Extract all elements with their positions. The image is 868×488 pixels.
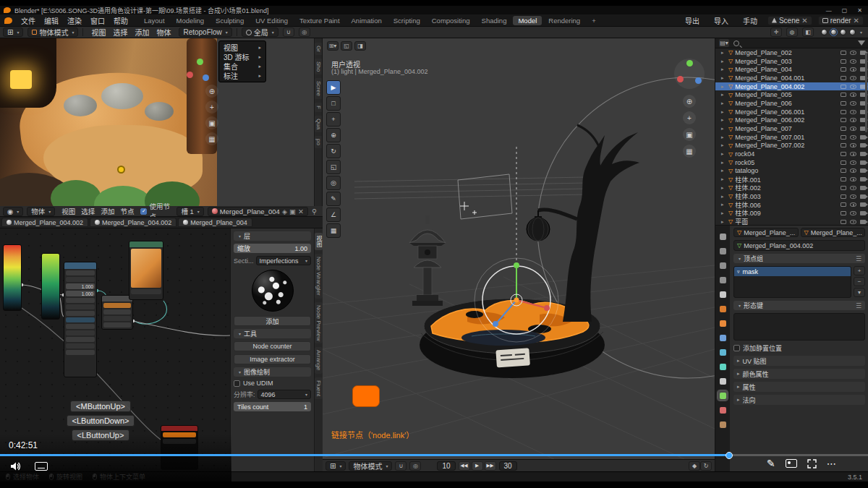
gizmo-toggle-icon[interactable]: ✛ (770, 27, 782, 37)
preview-sidebar-tab[interactable]: Scree (315, 78, 323, 99)
context-menu-item[interactable]: 标注▸ (219, 71, 265, 80)
visibility-eye-icon[interactable] (850, 76, 856, 80)
disclosure-icon[interactable]: ▸ (721, 194, 726, 200)
visibility-eye-icon[interactable] (850, 127, 856, 131)
selectable-icon[interactable] (841, 59, 846, 64)
image-paint-panel-header[interactable]: ▾图像绘制 (234, 367, 311, 377)
outliner-row[interactable]: ▸ ▽ Merged_Plane_004 (715, 65, 868, 74)
disclosure-icon[interactable]: ▸ (721, 117, 726, 123)
shader-editor-type-button[interactable]: ◉▾ (3, 207, 23, 216)
visibility-eye-icon[interactable] (850, 59, 856, 64)
outliner-row[interactable]: ▸ ▽ Merged_Plane_007.002 (715, 142, 868, 150)
properties-tab[interactable] (718, 333, 728, 343)
properties-tab[interactable] (718, 304, 728, 314)
selectable-icon[interactable] (841, 85, 846, 89)
outliner-row[interactable]: ▸ ▽ Merged_Plane_005 (715, 90, 868, 99)
workspace-tab[interactable]: Scripting (388, 16, 425, 25)
selectable-icon[interactable] (841, 152, 846, 156)
keying-icon[interactable]: ◆ (689, 461, 700, 471)
search-icon[interactable] (733, 40, 739, 46)
viewport-snap-icon[interactable]: ◨ (354, 41, 366, 51)
menu-item[interactable]: 渲染 (63, 15, 86, 26)
disclosure-icon[interactable]: ▸ (721, 160, 726, 166)
selectable-icon[interactable] (841, 220, 846, 224)
expand-icon[interactable] (807, 459, 817, 468)
preview-pan-icon[interactable]: + (205, 100, 218, 114)
image-texture-node[interactable] (129, 241, 163, 300)
retopoflow-menu[interactable]: RetopoFlow▾ (179, 27, 231, 37)
visibility-eye-icon[interactable] (850, 186, 856, 190)
collapsed-panel-header[interactable]: ▸ 法向 (733, 395, 865, 405)
disclosure-icon[interactable]: ▸ (721, 126, 726, 132)
minimize-button[interactable]: — (826, 7, 832, 14)
timeline-editor-type-button[interactable]: ⊞▾ (326, 461, 346, 471)
properties-tab[interactable] (718, 347, 728, 357)
visibility-eye-icon[interactable] (850, 135, 856, 140)
transport-button[interactable]: ▶▶ (485, 461, 496, 471)
render-preview-viewport[interactable]: ⊕ + ▣ ▦ 视图▸ 3D 游标▸ 集合▸ (0, 38, 323, 206)
viewport-nav-icon[interactable]: + (683, 111, 696, 124)
outliner-row[interactable]: ▸ ▽ Merged_Plane_006 (715, 99, 868, 108)
disclosure-icon[interactable]: ▸ (721, 109, 726, 115)
import-menu[interactable]: 导入 (710, 15, 733, 26)
outliner-row[interactable]: ▸ ▽ Merged_Plane_007.001 (715, 133, 868, 142)
outliner-row[interactable]: ▸ ▽ 柱体.009 (715, 209, 868, 218)
color-ramp-node-2[interactable] (41, 253, 60, 320)
viewport-menu-item[interactable]: 物体 (153, 27, 174, 38)
shape-keys-panel-header[interactable]: ▾形态键 ☰ (733, 301, 865, 310)
outliner-row[interactable]: ▸ ▽ tatalogo (715, 167, 868, 176)
workspace-tab[interactable]: Rendering (543, 16, 585, 25)
viewport-nav-icon[interactable]: ▣ (683, 128, 696, 141)
shading-wireframe-icon[interactable] (821, 29, 827, 35)
properties-tab[interactable] (718, 419, 728, 429)
visibility-eye-icon[interactable] (850, 152, 856, 156)
workspace-tab[interactable]: Model (513, 16, 542, 25)
video-progress-track[interactable] (0, 454, 868, 456)
shader-menu-item[interactable]: 节点 (117, 206, 137, 216)
node-value[interactable]: 1.000 (66, 291, 95, 296)
blender-menu-icon[interactable] (4, 17, 12, 24)
visibility-eye-icon[interactable] (850, 101, 856, 106)
selectable-icon[interactable] (841, 93, 846, 97)
pencil-icon[interactable]: ✎ (767, 458, 775, 469)
workspace-tab[interactable]: + (587, 16, 601, 25)
visibility-eye-icon[interactable] (850, 67, 856, 72)
maximize-button[interactable]: ▢ (842, 7, 848, 14)
preview-sidebar-tab[interactable]: po (315, 136, 323, 148)
outliner-row[interactable]: ▸ ▽ 柱体.003 (715, 192, 868, 201)
add-layer-button[interactable]: 添加 (234, 316, 311, 326)
mix-node[interactable]: 1.0001.000 (64, 262, 97, 377)
render-camera-icon[interactable] (860, 143, 866, 147)
volume-icon[interactable] (10, 461, 22, 471)
rest-position-row[interactable]: 添加静置位置 (733, 343, 865, 353)
properties-tab[interactable] (718, 405, 728, 415)
menu-item[interactable]: 编辑 (40, 15, 63, 26)
viewport-tool-button[interactable]: ◎ (326, 176, 341, 190)
image-card-icon[interactable] (786, 459, 797, 468)
selectable-icon[interactable] (841, 67, 846, 72)
material-tab[interactable]: Merged_Plane_004.002 (1, 218, 88, 227)
preview-sidebar-tab[interactable]: F (315, 103, 323, 112)
properties-tab[interactable] (718, 275, 728, 285)
shader-menu-item[interactable]: 视图 (59, 206, 78, 216)
menu-item[interactable]: 帮助 (109, 15, 132, 26)
visibility-eye-icon[interactable] (850, 93, 856, 97)
disclosure-icon[interactable]: ▸ (721, 92, 726, 98)
node-counter-button[interactable]: Node counter (234, 341, 311, 351)
workspace-tab[interactable]: Layout (139, 16, 170, 25)
scene-unlink-icon[interactable]: ✕ (801, 17, 807, 25)
properties-tab[interactable] (718, 390, 728, 401)
properties-tab[interactable] (718, 289, 728, 299)
outliner-editor-type-button[interactable]: ▤▾ (718, 38, 730, 48)
workspace-tab[interactable]: Sculpting (210, 16, 249, 25)
preview-zoom-icon[interactable]: ⊕ (205, 85, 218, 98)
workspace-tab[interactable]: Texture Paint (294, 16, 344, 25)
render-camera-icon[interactable] (860, 160, 866, 165)
shading-rendered-icon[interactable] (849, 29, 856, 35)
snap-magnet-icon[interactable]: ∪ (283, 27, 294, 37)
node-value[interactable]: 1.000 (66, 283, 95, 289)
selectable-icon[interactable] (841, 76, 846, 80)
outliner-row[interactable]: ▸ ▽ rock04 (715, 150, 868, 158)
vertex-group-item[interactable]: ▿ mask (734, 267, 851, 276)
selectable-icon[interactable] (841, 110, 846, 114)
